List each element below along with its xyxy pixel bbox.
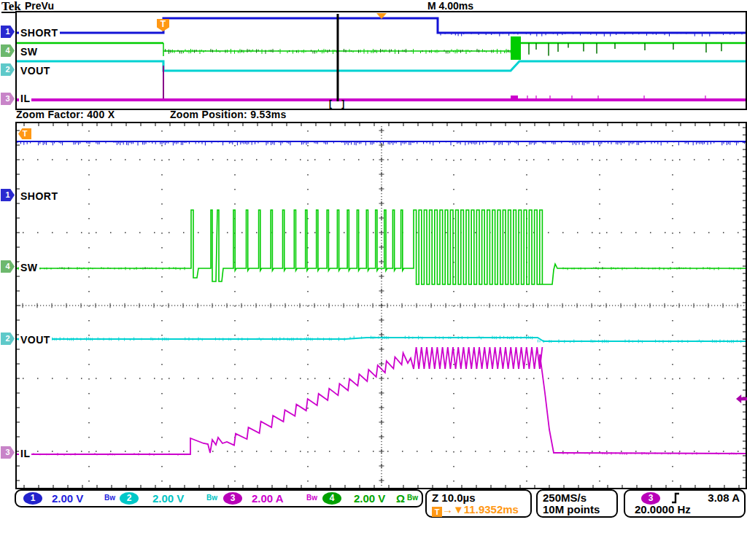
- ch1-bandwidth-icon: Bw: [104, 494, 115, 502]
- overview-label-vout: VOUT: [19, 65, 52, 77]
- trigger-delay-time: 11.9352ms: [464, 503, 519, 516]
- ch4-impedance: Ω: [396, 492, 405, 505]
- ch3-scale: 2.00 A: [252, 492, 284, 505]
- overview-waveforms: [17, 12, 746, 109]
- zoom-position-readout: Zoom Position: 9.53ms: [170, 109, 287, 120]
- overview-label-short: SHORT: [19, 27, 60, 39]
- channel-scale-readouts: 1 2.00 V Bw 2 2.00 V Bw 3 2.00 A Bw 4 2.…: [15, 489, 423, 508]
- trigger-frequency-readout: 20.0000 Hz: [635, 503, 691, 516]
- ch3-status-badge: 3: [223, 492, 242, 505]
- ch4-status-badge: 4: [322, 492, 341, 505]
- ch2-status-badge: 2: [120, 492, 139, 505]
- ch4-bandwidth-icon: Bw: [407, 494, 418, 502]
- trigger-level-readout: 3.08 A: [708, 491, 740, 504]
- overview-ch3-badge: 3: [1, 93, 15, 105]
- ch4-scale: 2.00 V: [354, 492, 385, 505]
- sample-rate-readout: 250MS/s: [543, 491, 587, 504]
- zoom-label-vout: VOUT: [19, 334, 52, 346]
- ch2-bandwidth-icon: Bw: [206, 494, 217, 502]
- trigger-delay-readout: T→▼11.9352ms: [432, 503, 519, 517]
- zoom-window-bracket: [ ]: [329, 98, 348, 109]
- ch2-scale: 2.00 V: [152, 492, 184, 505]
- zoom-factor-readout: Zoom Factor: 400 X: [16, 109, 115, 120]
- overview-label-sw: SW: [19, 46, 39, 58]
- zoom-ch2-badge: 2: [1, 332, 15, 345]
- overview-window: SHORT SW VOUT IL T [ ]: [15, 11, 747, 110]
- zoom-scale-readout: Z 10.0µs: [432, 491, 476, 504]
- overview-label-il: IL: [19, 93, 31, 104]
- rising-edge-icon: [670, 492, 681, 504]
- zoom-window: T SHORT SW VOUT IL: [15, 122, 747, 489]
- zoom-label-il: IL: [19, 448, 31, 459]
- trigger-box: 3 3.08 A 20.0000 Hz: [624, 489, 746, 518]
- zoom-timebase-box: Z 10.0µs T→▼11.9352ms: [425, 489, 532, 518]
- zoom-waveforms: [17, 123, 746, 488]
- overview-ch1-badge: 1: [1, 26, 15, 38]
- horizontal-position-triangle-icon: [376, 13, 387, 19]
- ch3-bandwidth-icon: Bw: [306, 494, 317, 502]
- trigger-t-icon: T: [432, 507, 442, 517]
- timebase-readout: M 4.00ms: [427, 0, 473, 12]
- oscilloscope-screen: Tek PreVu M 4.00ms SHORT SW VOUT IL T [ …: [0, 0, 747, 560]
- zoom-label-short: SHORT: [19, 190, 60, 202]
- acquisition-mode: PreVu: [25, 0, 54, 12]
- ch1-scale: 2.00 V: [52, 492, 83, 505]
- zoom-ch1-badge: 1: [1, 189, 15, 201]
- overview-ch4-badge: 4: [1, 44, 15, 57]
- acquisition-box: 250MS/s 10M points: [536, 489, 618, 518]
- zoom-ch3-badge: 3: [1, 446, 15, 459]
- ch1-status-badge: 1: [23, 492, 42, 505]
- record-length-readout: 10M points: [543, 503, 600, 516]
- overview-ch2-badge: 2: [1, 63, 15, 76]
- zoom-label-sw: SW: [19, 262, 39, 273]
- zoom-ch4-badge: 4: [1, 260, 15, 273]
- trigger-delay-arrows: →▼: [442, 503, 464, 516]
